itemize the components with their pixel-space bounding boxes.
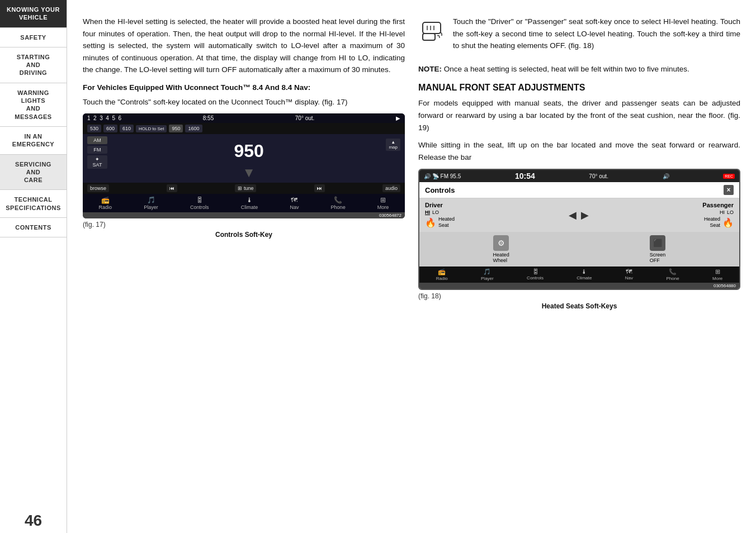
heated-wheel-icon: ⚙ — [493, 235, 509, 251]
controls-nav-player[interactable]: 🎵Player — [481, 268, 494, 281]
freq-950[interactable]: 950 — [169, 125, 183, 132]
sidebar-item-starting[interactable]: STARTINGANDDRIVING — [0, 47, 67, 83]
page-number: 46 — [0, 504, 67, 533]
left-subheading: For Vehicles Equipped With Uconnect Touc… — [83, 82, 405, 94]
controls-screen-bottom-nav: 📻Radio 🎵Player 🎛Controls 🌡Climate 🗺Nav 📞… — [419, 266, 739, 283]
part-number-fig17: 030564872 — [83, 212, 405, 218]
driver-heated-label: HeatedSeat — [438, 216, 455, 229]
controls-status-left: 🔊 📡 FM 95.5 — [424, 173, 461, 179]
controls-title: Controls — [425, 186, 455, 194]
svg-rect-1 — [423, 34, 435, 40]
controls-nav-radio[interactable]: 📻Radio — [436, 268, 448, 281]
nav-nav[interactable]: 🗺Nav — [290, 196, 299, 210]
freq-hold[interactable]: HOLD to Set — [136, 125, 167, 132]
nav-radio[interactable]: 📻Radio — [99, 196, 112, 210]
controls-screen-fig18: 🔊 📡 FM 95.5 10:54 70° out. 🔊 REC Control… — [418, 169, 740, 290]
screen-main-display: AM FM ✦ SAT 950 ▼ ▲map — [83, 134, 405, 183]
sidebar-item-knowing[interactable]: KNOWING YOUR VEHICLE — [0, 0, 67, 28]
btn-map[interactable]: ▲map — [386, 139, 400, 151]
sidebar-item-emergency[interactable]: IN ANEMERGENCY — [0, 127, 67, 155]
controls-nav-climate[interactable]: 🌡Climate — [577, 268, 592, 281]
screen-off-label: ScreenOFF — [650, 252, 666, 263]
screen-off-icon: ⬛ — [650, 235, 665, 251]
controls-temp: 70° out. — [589, 173, 608, 179]
fig17-caption: Controls Soft-Key — [215, 231, 272, 239]
passenger-heated-label: HeatedSeat — [704, 216, 720, 229]
down-arrow-icon: ▼ — [242, 165, 256, 180]
note-label: NOTE: — [418, 65, 442, 73]
uconnect-screen-fig17: 1 2 3 4 5 6 8:55 70° out. ▶ 530 600 610 … — [83, 113, 405, 218]
driver-lo: LO — [432, 210, 439, 215]
sidebar-item-servicing[interactable]: SERVICINGANDCARE — [0, 155, 67, 191]
freq-buttons-row: 530 600 610 HOLD to Set 950 1600 — [83, 123, 405, 134]
controls-nav-nav[interactable]: 🗺Nav — [625, 268, 633, 281]
btn-browse[interactable]: browse — [87, 184, 109, 192]
controls-nav-controls[interactable]: 🎛Controls — [527, 268, 544, 281]
sidebar-item-contents[interactable]: CONTENTS — [0, 218, 67, 237]
screen-time: 8:55 — [203, 115, 214, 121]
part-number-fig18: 030564880 — [419, 283, 739, 289]
nav-more[interactable]: ⊞More — [377, 196, 389, 210]
extra-screen-off: ⬛ ScreenOFF — [650, 235, 666, 263]
freq-610[interactable]: 610 — [120, 125, 134, 132]
screen-arrow-right: ▶ — [396, 115, 400, 121]
screen-controls-bar: browse ⏮ ⊞ tune ⏭ audio — [83, 183, 405, 194]
fig17-label: (fig. 17) — [83, 221, 106, 229]
screen-left-buttons: AM FM ✦ SAT — [87, 136, 107, 180]
freq-1600[interactable]: 1600 — [185, 125, 202, 132]
heated-seat-icon-container — [418, 16, 446, 58]
controls-status-right: 🔊 — [663, 173, 669, 179]
driver-passenger-row: Driver HI LO 🔥 HeatedSeat — [419, 198, 739, 232]
screen-main-freq: 950 ▼ — [112, 136, 386, 180]
nav-climate[interactable]: 🌡Climate — [241, 196, 258, 210]
fig18-caption: Heated Seats Soft-Keys — [542, 302, 617, 310]
controls-nav-phone[interactable]: 📞Phone — [666, 268, 679, 281]
controls-close-button[interactable]: × — [724, 185, 734, 195]
main-content: When the HI-level setting is selected, t… — [67, 0, 756, 533]
controls-top-bar: 🔊 📡 FM 95.5 10:54 70° out. 🔊 REC — [419, 170, 739, 182]
btn-fm[interactable]: FM — [87, 146, 107, 154]
controls-time: 10:54 — [515, 172, 535, 180]
controls-nav-more[interactable]: ⊞More — [712, 268, 722, 281]
nav-player[interactable]: 🎵Player — [144, 196, 158, 210]
driver-hi-lo: HI LO — [425, 210, 439, 215]
passenger-label: Passenger — [702, 202, 734, 208]
btn-sat[interactable]: ✦ SAT — [87, 155, 107, 169]
map-button-container: ▲map — [386, 136, 400, 180]
left-body-text-2: Touch the "Controls" soft-key located on… — [83, 96, 405, 108]
btn-audio[interactable]: audio — [382, 184, 400, 192]
sidebar-item-warning[interactable]: WARNINGLIGHTSANDMESSAGES — [0, 83, 67, 127]
sidebar-item-technical[interactable]: TECHNICALSPECIFICATIONS — [0, 190, 67, 218]
right-arrow-icon: ▶ — [581, 209, 589, 221]
btn-prev[interactable]: ⏮ — [167, 184, 177, 192]
freq-600[interactable]: 600 — [103, 125, 117, 132]
fig18-label: (fig. 18) — [418, 292, 441, 300]
controls-rec-icon: REC — [723, 174, 735, 179]
btn-tune[interactable]: ⊞ tune — [235, 184, 256, 192]
passenger-hi: HI — [720, 210, 725, 215]
heated-wheel-label: HeatedWheel — [493, 252, 509, 263]
driver-label: Driver — [425, 202, 443, 208]
right-body-text-3: While sitting in the seat, lift up on th… — [418, 139, 740, 163]
nav-controls[interactable]: 🎛Controls — [190, 196, 209, 210]
passenger-heated-seat: HeatedSeat 🔥 — [704, 216, 734, 229]
nav-phone[interactable]: 📞Phone — [331, 196, 346, 210]
section-heading-manual: MANUAL FRONT SEAT ADJUSTMENTS — [418, 83, 740, 93]
btn-am[interactable]: AM — [87, 136, 107, 144]
main-frequency: 950 — [234, 136, 264, 164]
driver-hi: HI — [425, 210, 430, 215]
left-arrow-icon: ◀ — [569, 209, 577, 221]
note-content: Once a heat setting is selected, heat wi… — [442, 65, 689, 73]
controls-header: Controls × — [419, 182, 739, 198]
passenger-section: Passenger HI LO HeatedSeat 🔥 — [702, 202, 734, 229]
sidebar-item-safety[interactable]: SAFETY — [0, 28, 67, 47]
freq-530[interactable]: 530 — [87, 125, 101, 132]
btn-next[interactable]: ⏭ — [314, 184, 325, 192]
passenger-heated-icon: 🔥 — [722, 217, 734, 228]
controls-extras-row: ⚙ HeatedWheel ⬛ ScreenOFF — [419, 232, 739, 266]
sidebar: KNOWING YOUR VEHICLE SAFETY STARTINGANDD… — [0, 0, 67, 533]
driver-section: Driver HI LO 🔥 HeatedSeat — [425, 202, 455, 229]
note-text: NOTE: Once a heat setting is selected, h… — [418, 63, 740, 75]
screen-status-bar: 1 2 3 4 5 6 8:55 70° out. ▶ — [83, 113, 405, 123]
left-column: When the HI-level setting is selected, t… — [83, 16, 405, 522]
